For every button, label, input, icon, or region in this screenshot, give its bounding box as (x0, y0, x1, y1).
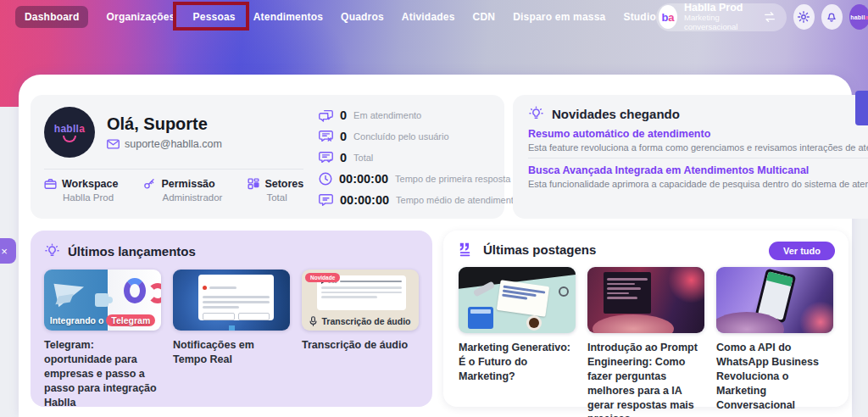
stat-primeira-resposta: 00:00:00 Tempo de primeira resposta (319, 172, 519, 186)
hand-art (593, 314, 675, 333)
latest-posts-card: Últimas postagens Ver tudo Market (443, 231, 849, 407)
post-item-prompt-engineering[interactable]: Introdução ao Prompt Engineering: Como f… (587, 267, 704, 417)
stat-label: Concluído pelo usuário (353, 131, 449, 142)
stat-value: 00:00:00 (340, 193, 389, 207)
notes-art (497, 280, 549, 317)
news-item-description: Esta funcionalidade aprimora a capacidad… (528, 179, 868, 189)
telegram-thumbnail[interactable]: Integrando oTelegram (44, 270, 161, 331)
view-all-button[interactable]: Ver tudo (769, 242, 835, 260)
meta-sectors-value: Total (248, 192, 303, 203)
prompt-post-thumbnail[interactable] (587, 267, 704, 333)
news-item[interactable]: Resumo automático de atendimento 06/12/2… (528, 122, 868, 158)
news-item-link[interactable]: Busca Avançada Integrada em Atendimentos… (528, 164, 809, 176)
nav-item-quadros[interactable]: Quadros (341, 11, 384, 23)
swap-icon (763, 11, 776, 23)
meta-permission-value: Administrador (143, 192, 222, 203)
main-content-panel: hablla Olá, Suporte suporte@hablla.com (19, 75, 852, 417)
post-item-marketing[interactable]: Marketing Generativo: É o Futuro do Mark… (459, 267, 576, 417)
nav-item-atividades[interactable]: Atividades (402, 11, 455, 23)
release-item-notifications[interactable]: Notificações em Tempo Real (173, 270, 290, 409)
thumbnail-overlay-text: Integrando o (50, 315, 104, 325)
nav-item-dashboard[interactable]: Dashboard (15, 6, 88, 28)
clock-icon (319, 172, 332, 186)
workspace-subtitle: Marketing conversacional (684, 14, 756, 32)
post-caption[interactable]: Como a API do WhatsApp Business Revoluci… (716, 341, 833, 412)
post-caption[interactable]: Introdução ao Prompt Engineering: Como f… (587, 341, 704, 417)
post-item-whatsapp-api[interactable]: Como a API do WhatsApp Business Revoluci… (716, 267, 833, 417)
notifications-button[interactable] (821, 4, 843, 30)
stat-label: Em atendimento (353, 110, 421, 120)
whatsapp-post-thumbnail[interactable] (716, 267, 833, 333)
marketing-post-thumbnail[interactable] (459, 267, 576, 333)
glow-art (799, 301, 833, 333)
grid-icon (248, 178, 259, 190)
news-item-description: Esta feature revoluciona a forma como ge… (528, 142, 868, 153)
main-nav: Dashboard Organizações Pessoas Atendimen… (15, 6, 656, 28)
profile-avatar-text: habll (54, 123, 80, 135)
meta-workspace-value: Hablla Prod (44, 192, 118, 203)
profile-avatar-text-accent: a (79, 123, 85, 135)
stat-em-atendimento: 0 Em atendimento (319, 108, 519, 122)
audio-transcription-thumbnail[interactable]: Novidade 0:00 Transcrição de áudio (302, 270, 419, 331)
meta-permission-label: Permissão (161, 178, 214, 190)
releases-title: Últimos lançamentos (68, 244, 196, 259)
user-avatar[interactable]: hablla (849, 4, 868, 30)
stat-tempo-medio: 00:00:00 Tempo médio de atendimento (319, 193, 519, 207)
nav-item-studio[interactable]: Studio (623, 11, 656, 23)
stat-label: Tempo médio de atendimento (396, 195, 519, 205)
workspace-switcher[interactable]: ba Hablla Prod Marketing conversacional (656, 3, 787, 31)
release-caption[interactable]: Transcrição de áudio (302, 338, 419, 353)
news-item[interactable]: Busca Avançada Integrada em Atendimentos… (528, 158, 868, 194)
gear-icon (797, 10, 810, 24)
stat-value: 0 (340, 130, 347, 143)
glasses-art (559, 286, 569, 297)
stat-label: Tempo de primeira resposta (395, 174, 510, 184)
news-title: Novidades chegando (552, 107, 680, 121)
edge-floating-tab[interactable] (855, 91, 868, 125)
stat-total: 0 Total (319, 151, 519, 164)
nav-item-disparo-em-massa[interactable]: Disparo em massa (513, 11, 605, 23)
workspace-logo-b: b (661, 11, 668, 24)
chat-dots-icon (319, 193, 333, 207)
lightbulb-icon (528, 106, 544, 122)
annotation-highlight-box (173, 2, 249, 31)
nav-item-atendimentos[interactable]: Atendimentos (253, 11, 323, 23)
profile-avatar: hablla (44, 107, 95, 158)
release-item-transcription[interactable]: Novidade 0:00 Transcrição de áudio (302, 270, 419, 409)
glow-art (668, 267, 704, 303)
lightbulb-icon (44, 243, 60, 259)
release-caption[interactable]: Telegram: oportunidade para empresas e p… (44, 338, 161, 409)
news-card: Novidades chegando Resumo automático de … (513, 95, 868, 219)
avatar-text: habll (850, 14, 865, 20)
code-screen-art (604, 272, 650, 313)
nav-item-cdn[interactable]: CDN (473, 11, 496, 23)
divider (44, 169, 303, 170)
avatar-text-accent: a (865, 14, 868, 20)
chat-multiple-icon (319, 108, 333, 122)
settings-button[interactable] (793, 4, 815, 30)
side-panel-close-button[interactable]: × (0, 238, 16, 264)
quote-icon (459, 242, 476, 257)
envelope-icon (107, 139, 120, 149)
release-item-telegram[interactable]: Integrando oTelegram Telegram: oportunid… (44, 270, 161, 409)
close-icon: × (1, 245, 8, 258)
top-right-controls: ba Hablla Prod Marketing conversacional … (656, 3, 868, 31)
briefcase-icon (44, 178, 57, 190)
posts-title: Últimas postagens (483, 242, 596, 257)
coffee-art (526, 315, 542, 331)
puzzle-icon (95, 293, 108, 307)
thumbnail-overlay-highlight: Telegram (106, 314, 155, 326)
profile-summary-card: hablla Olá, Suporte suporte@hablla.com (31, 95, 504, 219)
stat-value: 0 (340, 108, 347, 122)
greeting-heading: Olá, Suporte (107, 114, 222, 134)
stat-value: 0 (340, 151, 347, 164)
news-item-link[interactable]: Resumo automático de atendimento (528, 128, 710, 140)
key-icon (143, 178, 156, 190)
nav-item-organizacoes[interactable]: Organizações (106, 11, 175, 23)
workspace-logo-a: a (668, 11, 674, 24)
stat-concluido: 0 Concluído pelo usuário (319, 130, 519, 143)
post-caption[interactable]: Marketing Generativo: É o Futuro do Mark… (459, 341, 576, 384)
attendance-stats: 0 Em atendimento 0 Concluído pelo usuári… (303, 107, 519, 208)
release-caption[interactable]: Notificações em Tempo Real (173, 338, 290, 367)
notifications-thumbnail[interactable] (173, 270, 290, 331)
